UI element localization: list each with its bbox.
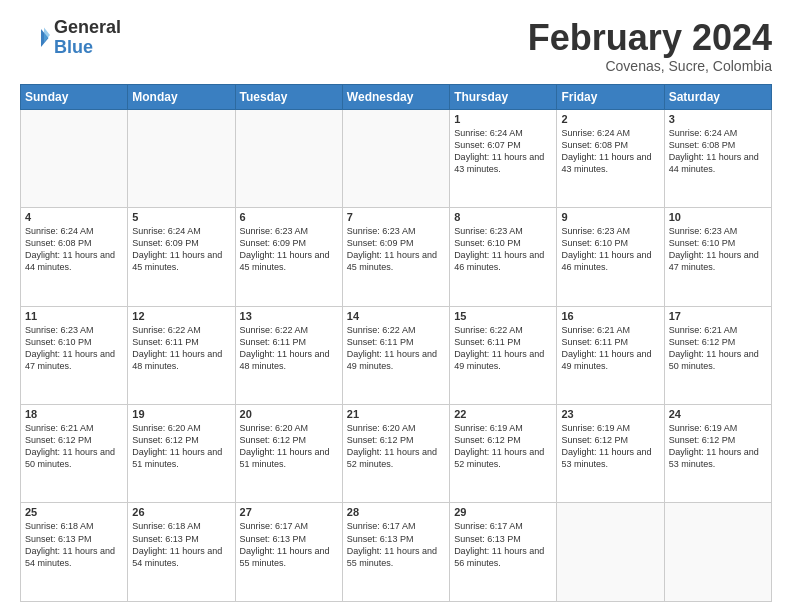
day-detail: Sunrise: 6:24 AM Sunset: 6:08 PM Dayligh… (561, 127, 659, 176)
calendar-cell (21, 109, 128, 207)
day-number: 28 (347, 506, 445, 518)
day-number: 5 (132, 211, 230, 223)
day-number: 25 (25, 506, 123, 518)
day-detail: Sunrise: 6:20 AM Sunset: 6:12 PM Dayligh… (347, 422, 445, 471)
title-block: February 2024 Covenas, Sucre, Colombia (528, 18, 772, 74)
day-number: 17 (669, 310, 767, 322)
location: Covenas, Sucre, Colombia (528, 58, 772, 74)
day-number: 4 (25, 211, 123, 223)
calendar-cell: 17Sunrise: 6:21 AM Sunset: 6:12 PM Dayli… (664, 306, 771, 404)
logo-general: General (54, 17, 121, 37)
calendar-cell: 18Sunrise: 6:21 AM Sunset: 6:12 PM Dayli… (21, 405, 128, 503)
day-number: 2 (561, 113, 659, 125)
day-detail: Sunrise: 6:20 AM Sunset: 6:12 PM Dayligh… (132, 422, 230, 471)
calendar-cell (128, 109, 235, 207)
day-number: 18 (25, 408, 123, 420)
day-detail: Sunrise: 6:23 AM Sunset: 6:10 PM Dayligh… (669, 225, 767, 274)
calendar-cell: 23Sunrise: 6:19 AM Sunset: 6:12 PM Dayli… (557, 405, 664, 503)
month-title: February 2024 (528, 18, 772, 58)
page: General Blue February 2024 Covenas, Sucr… (0, 0, 792, 612)
day-detail: Sunrise: 6:22 AM Sunset: 6:11 PM Dayligh… (240, 324, 338, 373)
logo-icon (20, 23, 50, 53)
calendar-cell: 28Sunrise: 6:17 AM Sunset: 6:13 PM Dayli… (342, 503, 449, 602)
calendar-cell: 10Sunrise: 6:23 AM Sunset: 6:10 PM Dayli… (664, 208, 771, 306)
day-number: 6 (240, 211, 338, 223)
calendar-table: SundayMondayTuesdayWednesdayThursdayFrid… (20, 84, 772, 602)
day-detail: Sunrise: 6:21 AM Sunset: 6:12 PM Dayligh… (25, 422, 123, 471)
weekday-header: Wednesday (342, 84, 449, 109)
day-number: 22 (454, 408, 552, 420)
day-number: 9 (561, 211, 659, 223)
day-number: 16 (561, 310, 659, 322)
day-number: 14 (347, 310, 445, 322)
weekday-header: Tuesday (235, 84, 342, 109)
weekday-header: Monday (128, 84, 235, 109)
week-row: 4Sunrise: 6:24 AM Sunset: 6:08 PM Daylig… (21, 208, 772, 306)
day-detail: Sunrise: 6:21 AM Sunset: 6:11 PM Dayligh… (561, 324, 659, 373)
calendar-cell: 2Sunrise: 6:24 AM Sunset: 6:08 PM Daylig… (557, 109, 664, 207)
day-number: 12 (132, 310, 230, 322)
day-number: 19 (132, 408, 230, 420)
calendar-cell: 6Sunrise: 6:23 AM Sunset: 6:09 PM Daylig… (235, 208, 342, 306)
weekday-header: Friday (557, 84, 664, 109)
calendar-cell: 12Sunrise: 6:22 AM Sunset: 6:11 PM Dayli… (128, 306, 235, 404)
weekday-header: Thursday (450, 84, 557, 109)
day-number: 8 (454, 211, 552, 223)
calendar-cell (235, 109, 342, 207)
logo: General Blue (20, 18, 121, 58)
calendar-cell: 9Sunrise: 6:23 AM Sunset: 6:10 PM Daylig… (557, 208, 664, 306)
week-row: 11Sunrise: 6:23 AM Sunset: 6:10 PM Dayli… (21, 306, 772, 404)
day-number: 23 (561, 408, 659, 420)
logo-text: General Blue (54, 18, 121, 58)
day-number: 24 (669, 408, 767, 420)
day-detail: Sunrise: 6:23 AM Sunset: 6:10 PM Dayligh… (454, 225, 552, 274)
day-detail: Sunrise: 6:21 AM Sunset: 6:12 PM Dayligh… (669, 324, 767, 373)
day-number: 29 (454, 506, 552, 518)
day-number: 1 (454, 113, 552, 125)
week-row: 18Sunrise: 6:21 AM Sunset: 6:12 PM Dayli… (21, 405, 772, 503)
day-detail: Sunrise: 6:22 AM Sunset: 6:11 PM Dayligh… (347, 324, 445, 373)
day-number: 3 (669, 113, 767, 125)
calendar-cell: 8Sunrise: 6:23 AM Sunset: 6:10 PM Daylig… (450, 208, 557, 306)
logo-blue: Blue (54, 37, 93, 57)
day-detail: Sunrise: 6:23 AM Sunset: 6:09 PM Dayligh… (240, 225, 338, 274)
day-number: 15 (454, 310, 552, 322)
day-detail: Sunrise: 6:23 AM Sunset: 6:10 PM Dayligh… (25, 324, 123, 373)
calendar-cell: 21Sunrise: 6:20 AM Sunset: 6:12 PM Dayli… (342, 405, 449, 503)
calendar-cell: 15Sunrise: 6:22 AM Sunset: 6:11 PM Dayli… (450, 306, 557, 404)
day-detail: Sunrise: 6:17 AM Sunset: 6:13 PM Dayligh… (454, 520, 552, 569)
weekday-header: Sunday (21, 84, 128, 109)
calendar-cell: 29Sunrise: 6:17 AM Sunset: 6:13 PM Dayli… (450, 503, 557, 602)
calendar-cell: 24Sunrise: 6:19 AM Sunset: 6:12 PM Dayli… (664, 405, 771, 503)
calendar-cell: 11Sunrise: 6:23 AM Sunset: 6:10 PM Dayli… (21, 306, 128, 404)
day-detail: Sunrise: 6:20 AM Sunset: 6:12 PM Dayligh… (240, 422, 338, 471)
calendar-cell: 20Sunrise: 6:20 AM Sunset: 6:12 PM Dayli… (235, 405, 342, 503)
day-detail: Sunrise: 6:22 AM Sunset: 6:11 PM Dayligh… (132, 324, 230, 373)
day-detail: Sunrise: 6:23 AM Sunset: 6:09 PM Dayligh… (347, 225, 445, 274)
day-number: 11 (25, 310, 123, 322)
day-detail: Sunrise: 6:19 AM Sunset: 6:12 PM Dayligh… (561, 422, 659, 471)
day-number: 7 (347, 211, 445, 223)
day-detail: Sunrise: 6:18 AM Sunset: 6:13 PM Dayligh… (132, 520, 230, 569)
calendar-cell: 19Sunrise: 6:20 AM Sunset: 6:12 PM Dayli… (128, 405, 235, 503)
week-row: 1Sunrise: 6:24 AM Sunset: 6:07 PM Daylig… (21, 109, 772, 207)
day-number: 26 (132, 506, 230, 518)
calendar-cell: 3Sunrise: 6:24 AM Sunset: 6:08 PM Daylig… (664, 109, 771, 207)
calendar-cell: 25Sunrise: 6:18 AM Sunset: 6:13 PM Dayli… (21, 503, 128, 602)
weekday-header: Saturday (664, 84, 771, 109)
calendar-cell (342, 109, 449, 207)
day-detail: Sunrise: 6:19 AM Sunset: 6:12 PM Dayligh… (454, 422, 552, 471)
calendar-cell: 14Sunrise: 6:22 AM Sunset: 6:11 PM Dayli… (342, 306, 449, 404)
day-detail: Sunrise: 6:24 AM Sunset: 6:09 PM Dayligh… (132, 225, 230, 274)
calendar-cell: 16Sunrise: 6:21 AM Sunset: 6:11 PM Dayli… (557, 306, 664, 404)
day-detail: Sunrise: 6:19 AM Sunset: 6:12 PM Dayligh… (669, 422, 767, 471)
calendar-cell: 5Sunrise: 6:24 AM Sunset: 6:09 PM Daylig… (128, 208, 235, 306)
day-detail: Sunrise: 6:22 AM Sunset: 6:11 PM Dayligh… (454, 324, 552, 373)
day-number: 10 (669, 211, 767, 223)
day-number: 27 (240, 506, 338, 518)
day-detail: Sunrise: 6:23 AM Sunset: 6:10 PM Dayligh… (561, 225, 659, 274)
day-detail: Sunrise: 6:17 AM Sunset: 6:13 PM Dayligh… (240, 520, 338, 569)
header: General Blue February 2024 Covenas, Sucr… (20, 18, 772, 74)
calendar-cell (557, 503, 664, 602)
calendar-cell: 1Sunrise: 6:24 AM Sunset: 6:07 PM Daylig… (450, 109, 557, 207)
